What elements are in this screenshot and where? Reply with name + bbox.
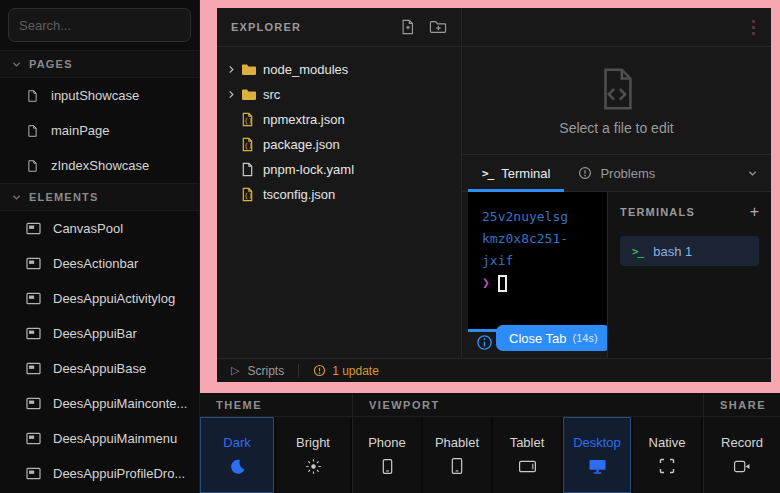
sidebar-item-icon	[26, 362, 41, 375]
main-frame: EXPLORER node_modules	[200, 0, 780, 393]
option-cell[interactable]: Record	[704, 417, 780, 493]
terminal-session-label: bash 1	[653, 244, 692, 259]
sidebar-item[interactable]: DeesAppuiMainmenu	[0, 421, 199, 456]
kebab-menu-icon[interactable]	[752, 20, 755, 35]
tree-item[interactable]: {) npmextra.json	[217, 107, 461, 132]
option-cell[interactable]: Desktop	[563, 417, 633, 493]
sidebar-item[interactable]: DeesAppuiBase	[0, 351, 199, 386]
sidebar-item[interactable]: mainPage	[0, 113, 199, 148]
tree-item[interactable]: {) package.json	[217, 132, 461, 157]
option-icon	[381, 457, 394, 475]
close-tab-countdown: (14s)	[573, 332, 598, 344]
option-label: Record	[721, 435, 763, 450]
scripts-bar: ▷ Scripts 1 update	[217, 358, 771, 382]
bottom-section-header: VIEWPORT	[353, 393, 703, 417]
close-tab-toast: Close Tab (14s)	[468, 332, 607, 358]
sidebar-item-label: inputShowcase	[51, 88, 139, 103]
tab-label: Problems	[600, 166, 655, 181]
tree-item-label: npmextra.json	[263, 112, 345, 127]
terminal-session-item[interactable]: >_ bash 1	[620, 236, 759, 266]
close-tab-button[interactable]: Close Tab (14s)	[496, 325, 607, 351]
add-terminal-button[interactable]: +	[750, 204, 759, 220]
explorer-title: EXPLORER	[231, 21, 400, 33]
warning-icon	[313, 364, 326, 377]
option-icon	[733, 457, 751, 475]
option-cell[interactable]: Tablet	[493, 417, 563, 493]
terminal-tab[interactable]: >_ Terminal	[468, 155, 564, 191]
terminal-column: 25v2nuyelsg kmz0x8c251- jxif ❯	[462, 192, 607, 358]
editor-header	[462, 8, 771, 46]
option-cell[interactable]: Native	[633, 417, 703, 493]
option-cell[interactable]: Bright	[276, 417, 352, 493]
chevron-down-icon	[12, 193, 21, 202]
search-input[interactable]	[8, 8, 191, 42]
tree-item[interactable]: {) tsconfig.json	[217, 182, 461, 207]
sidebar-item[interactable]: CanvasPool	[0, 211, 199, 246]
file-type-icon	[241, 162, 263, 177]
sidebar-item-label: DeesAppuiBase	[53, 361, 146, 376]
option-cell[interactable]: Phone	[353, 417, 423, 493]
bottom-section-header: SHARE	[704, 393, 780, 417]
terminal-screen[interactable]: 25v2nuyelsg kmz0x8c251- jxif ❯	[468, 192, 607, 329]
bottom-panel-section: SHARE Record	[703, 393, 780, 493]
sidebar-item-icon	[26, 432, 41, 445]
terminal-prompt-icon: >_	[632, 245, 643, 258]
tab-label: Terminal	[501, 166, 550, 181]
sidebar-item[interactable]: DeesAppuiProfileDro...	[0, 456, 199, 491]
sidebar-section-header[interactable]: ELEMENTS	[0, 183, 199, 211]
terminal-cursor	[498, 275, 507, 292]
terminals-panel: TERMINALS + >_ bash 1	[607, 192, 771, 358]
option-cell[interactable]: Phablet	[423, 417, 493, 493]
sidebar-item-label: DeesAppuiMainmenu	[53, 431, 177, 446]
svg-text:{): {)	[244, 192, 252, 200]
option-label: Phone	[368, 435, 406, 450]
collapse-chevron-icon[interactable]	[748, 169, 757, 178]
tree-item[interactable]: src	[217, 82, 461, 107]
sidebar-item-label: DeesAppuiProfileDro...	[53, 466, 185, 481]
terminal-output-line: 25v2nuyelsg	[482, 206, 607, 228]
new-folder-icon[interactable]	[429, 19, 447, 35]
option-icon	[518, 457, 537, 475]
tree-item-label: node_modules	[263, 62, 348, 77]
search-wrap	[0, 0, 199, 50]
sidebar-item[interactable]: DeesAppuiMainconte...	[0, 386, 199, 421]
new-file-icon[interactable]	[400, 19, 416, 35]
sidebar-item-icon	[26, 467, 41, 480]
tree-item-label: tsconfig.json	[263, 187, 335, 202]
sidebar-item[interactable]: DeesAppuiBar	[0, 316, 199, 351]
terminal-tab[interactable]: Problems	[564, 155, 669, 191]
svg-text:{): {)	[244, 142, 252, 150]
sidebar-item-icon	[26, 292, 41, 305]
sidebar-section: ELEMENTS CanvasPool DeesActionbar DeesAp…	[0, 183, 199, 491]
option-cell[interactable]: Dark	[200, 417, 276, 493]
sidebar-item[interactable]: inputShowcase	[0, 78, 199, 113]
sidebar-item-icon	[26, 257, 41, 270]
chevron-right-icon	[227, 90, 241, 99]
prompt-char: ❯	[482, 272, 490, 294]
option-label: Phablet	[435, 435, 479, 450]
chevron-down-icon	[12, 60, 21, 69]
option-icon	[305, 457, 322, 475]
sidebar-item[interactable]: DeesAppuiActivitylog	[0, 281, 199, 316]
sidebar-section-header[interactable]: PAGES	[0, 50, 199, 78]
editor-empty-state: Select a file to edit	[462, 47, 771, 155]
scripts-button[interactable]: Scripts	[247, 364, 284, 378]
sidebar-item-label: DeesAppuiActivitylog	[53, 291, 175, 306]
info-icon	[476, 334, 493, 351]
sidebar-item-icon	[26, 222, 41, 235]
sidebar-item-icon	[26, 124, 39, 138]
file-type-icon: {)	[241, 137, 263, 152]
sidebar-item[interactable]: DeesActionbar	[0, 246, 199, 281]
empty-state-message: Select a file to edit	[559, 120, 673, 136]
sidebar-item-icon	[26, 397, 41, 410]
tree-item-label: src	[263, 87, 280, 102]
tree-item[interactable]: pnpm-lock.yaml	[217, 157, 461, 182]
play-icon: ▷	[231, 364, 239, 377]
divider	[298, 364, 299, 377]
option-icon	[450, 457, 464, 475]
terminal-output-line: jxif	[482, 250, 607, 272]
file-tree: node_modules src {) npmextra.json	[217, 47, 462, 358]
tree-item[interactable]: node_modules	[217, 57, 461, 82]
sidebar-item[interactable]: zIndexShowcase	[0, 148, 199, 183]
update-badge[interactable]: 1 update	[313, 364, 379, 378]
